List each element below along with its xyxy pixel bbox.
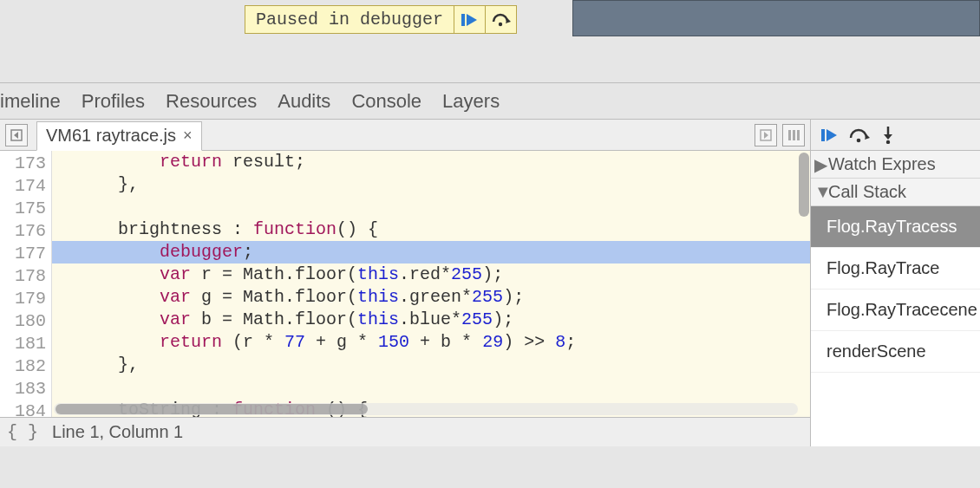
code-line: return result; <box>52 151 810 173</box>
sources-panel: VM61 raytrace.js × 173 174 175 176 177 1… <box>0 120 811 446</box>
call-stack-label: Call Stack <box>828 182 906 202</box>
line-number: 184 <box>0 400 51 417</box>
line-number: 182 <box>0 355 51 378</box>
line-number-gutter: 173 174 175 176 177 178 179 180 181 182 … <box>0 151 52 417</box>
stack-frame[interactable]: Flog.RayTracess <box>811 206 980 248</box>
stack-frame[interactable]: Flog.RayTrace <box>811 248 980 290</box>
line-number: 183 <box>0 378 51 400</box>
line-number: 177 <box>0 243 51 265</box>
resume-button[interactable] <box>821 128 839 142</box>
line-number: 181 <box>0 333 51 355</box>
step-into-button[interactable] <box>880 127 896 144</box>
svg-point-17 <box>886 140 890 143</box>
editor-status-bar: { } Line 1, Column 1 <box>0 417 810 446</box>
watch-expressions-header[interactable]: ▶ Watch Expres <box>811 151 980 179</box>
line-number: 174 <box>0 175 51 198</box>
line-number: 179 <box>0 288 51 310</box>
source-file-tab-label: VM61 raytrace.js <box>46 126 176 146</box>
file-tab-bar: VM61 raytrace.js × <box>0 120 810 151</box>
line-number: 178 <box>0 265 51 288</box>
code-line: return (r * 77 + g * 150 + b * 29) >> 8; <box>52 331 810 354</box>
code-line: }, <box>52 173 810 196</box>
svg-rect-10 <box>797 130 800 140</box>
toggle-debugger-sidebar-button[interactable] <box>782 124 805 146</box>
code-line: var r = Math.floor(this.red*255); <box>52 264 810 286</box>
svg-marker-7 <box>764 132 768 139</box>
tab-audits[interactable]: Audits <box>278 90 330 113</box>
webview-region <box>572 0 980 36</box>
line-number: 173 <box>0 153 51 175</box>
stack-frame[interactable]: Flog.RayTracecene <box>811 290 980 331</box>
debugger-toolbar <box>811 120 980 151</box>
svg-marker-16 <box>884 134 892 140</box>
svg-rect-9 <box>793 130 795 140</box>
pretty-print-button[interactable]: { } <box>7 422 38 442</box>
source-file-tab[interactable]: VM61 raytrace.js × <box>36 121 202 151</box>
svg-rect-11 <box>821 129 825 141</box>
code-line <box>52 196 810 218</box>
tab-profiles[interactable]: Profiles <box>82 90 145 113</box>
stack-frame[interactable]: renderScene <box>811 331 980 373</box>
pause-message: Paused in debugger <box>245 5 454 34</box>
svg-point-14 <box>857 138 861 142</box>
tab-console[interactable]: Console <box>351 90 421 113</box>
cursor-position: Line 1, Column 1 <box>52 422 183 442</box>
svg-point-3 <box>498 22 501 25</box>
show-navigator-button[interactable] <box>5 124 28 146</box>
vertical-scrollbar[interactable] <box>798 151 810 237</box>
tab-resources[interactable]: Resources <box>166 90 257 113</box>
call-stack-header[interactable]: ▼ Call Stack <box>811 179 980 206</box>
code-line: var b = Math.floor(this.blue*255); <box>52 309 810 331</box>
history-forward-button[interactable] <box>755 124 777 146</box>
svg-marker-1 <box>467 14 477 26</box>
disclosure-triangle-icon: ▶ <box>814 154 828 175</box>
code-content: return result; }, brightness : function(… <box>52 151 810 417</box>
horizontal-scrollbar[interactable] <box>54 403 798 415</box>
code-line <box>52 376 810 399</box>
step-over-button[interactable] <box>849 127 870 143</box>
line-number: 176 <box>0 220 51 243</box>
current-execution-line: debugger; <box>52 241 810 264</box>
browser-viewport-band: Paused in debugger <box>0 0 980 82</box>
disclosure-triangle-icon: ▼ <box>814 182 828 202</box>
svg-marker-12 <box>826 129 837 141</box>
watch-expressions-label: Watch Expres <box>828 154 936 174</box>
devtools-tab-strip: imeline Profiles Resources Audits Consol… <box>0 82 980 119</box>
svg-rect-8 <box>788 130 791 140</box>
debugger-sidebar: ▶ Watch Expres ▼ Call Stack Flog.RayTrac… <box>811 120 980 446</box>
line-number: 180 <box>0 310 51 333</box>
tab-timeline[interactable]: imeline <box>0 90 61 113</box>
svg-rect-0 <box>461 14 465 26</box>
code-line: var g = Math.floor(this.green*255); <box>52 286 810 309</box>
close-tab-icon[interactable]: × <box>183 127 193 145</box>
call-stack-list: Flog.RayTracess Flog.RayTrace Flog.RayTr… <box>811 206 980 373</box>
resume-button[interactable] <box>454 5 486 34</box>
step-over-button[interactable] <box>486 5 517 34</box>
code-editor[interactable]: 173 174 175 176 177 178 179 180 181 182 … <box>0 151 810 417</box>
code-line: }, <box>52 354 810 376</box>
line-number: 175 <box>0 198 51 220</box>
paused-in-debugger-banner: Paused in debugger <box>245 5 517 34</box>
tab-layers[interactable]: Layers <box>442 90 500 113</box>
svg-marker-5 <box>14 132 18 139</box>
code-line: brightness : function() { <box>52 218 810 241</box>
